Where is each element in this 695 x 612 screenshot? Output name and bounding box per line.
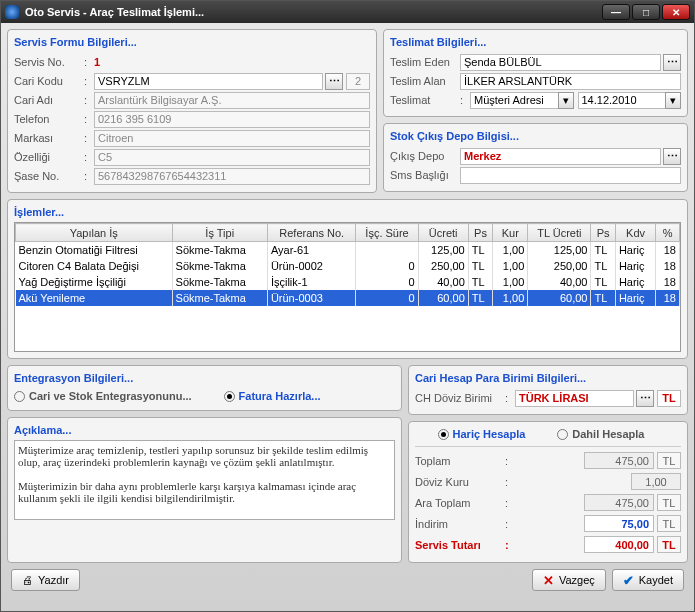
panel-title-depot: Stok Çıkış Depo Bilgisi... [390, 128, 681, 146]
input-teslim-alan[interactable]: İLKER ARSLANTÜRK [460, 73, 681, 90]
panel-title-service: Servis Formu Bilgileri... [14, 34, 370, 52]
grid-header[interactable]: Referans No. [267, 224, 356, 242]
input-cari-kodu-extra[interactable]: 2 [346, 73, 370, 90]
value-toplam: 475,00 [584, 452, 654, 469]
input-telefon: 0216 395 6109 [94, 111, 370, 128]
grid-header[interactable]: % [656, 224, 680, 242]
currency-panel: Cari Hesap Para Birimi Bilgileri... CH D… [408, 365, 688, 415]
label-ch-doviz: CH Döviz Birimi [415, 392, 505, 404]
input-marka: Citroen [94, 130, 370, 147]
lookup-ch-doviz[interactable]: ⋯ [636, 390, 654, 407]
table-row[interactable]: Citoren C4 Balata DeğişiSökme-TakmaÜrün-… [16, 258, 680, 274]
ch-doviz-code: TL [657, 390, 681, 407]
grid-header[interactable]: İşç. Süre [356, 224, 418, 242]
input-cari-kodu[interactable]: VSRYZLM [94, 73, 323, 90]
titlebar: Oto Servis - Araç Teslimat İşlemi... — □… [1, 1, 694, 23]
lookup-cikis-depo[interactable]: ⋯ [663, 148, 681, 165]
label-doviz-kuru: Döviz Kuru [415, 476, 505, 488]
panel-title-integ: Entegrasyon Bilgileri... [14, 370, 395, 388]
value-servis-tutari: 400,00 [584, 536, 654, 553]
label-sms: Sms Başlığı [390, 169, 460, 181]
window-title: Oto Servis - Araç Teslimat İşlemi... [25, 6, 600, 18]
panel-title-desc: Açıklama... [14, 422, 395, 440]
input-teslim-eden[interactable]: Şenda BÜLBÜL [460, 54, 661, 71]
input-ch-doviz[interactable]: TÜRK LİRASI [515, 390, 634, 407]
radio-dahil-hesapla[interactable]: Dahil Hesapla [557, 428, 644, 440]
input-cari-adi: Arslantürk Bilgisayar A.Ş. [94, 92, 370, 109]
service-form-panel: Servis Formu Bilgileri... Servis No.: 1 … [7, 29, 377, 193]
select-teslimat[interactable]: Müşteri Adresi [470, 92, 559, 109]
panel-title-currency: Cari Hesap Para Birimi Bilgileri... [415, 370, 681, 388]
label-teslim-eden: Teslim Eden [390, 56, 460, 68]
app-icon [5, 5, 19, 19]
minimize-button[interactable]: — [602, 4, 630, 20]
window-body: Servis Formu Bilgileri... Servis No.: 1 … [1, 23, 694, 611]
depot-panel: Stok Çıkış Depo Bilgisi... Çıkış Depo Me… [383, 123, 688, 192]
grid-header[interactable]: Ps [591, 224, 615, 242]
label-servis-tutari: Servis Tutarı [415, 539, 505, 551]
save-button[interactable]: ✔Kaydet [612, 569, 684, 591]
grid-header[interactable]: Kur [493, 224, 528, 242]
radio-cari-stok[interactable]: Cari ve Stok Entegrasyonunu... [14, 390, 192, 402]
maximize-button[interactable]: □ [632, 4, 660, 20]
label-teslimat: Teslimat [390, 94, 460, 106]
label-marka: Markası [14, 132, 84, 144]
table-row[interactable]: Yağ Değiştirme İşçiliğiSökme-Takmaİşçili… [16, 274, 680, 290]
label-servis-no: Servis No. [14, 56, 84, 68]
print-button[interactable]: Yazdır [11, 569, 80, 591]
label-telefon: Telefon [14, 113, 84, 125]
footer-bar: Yazdır ✕Vazgeç ✔Kaydet [7, 563, 688, 591]
totals-panel: Hariç Hesapla Dahil Hesapla Toplam:475,0… [408, 421, 688, 563]
unit-indirim: TL [657, 515, 681, 532]
grid-header[interactable]: Ps [468, 224, 492, 242]
value-doviz-kuru: 1,00 [631, 473, 681, 490]
value-ara-toplam: 475,00 [584, 494, 654, 511]
grid-header[interactable]: İş Tipi [172, 224, 267, 242]
panel-title-ops: İşlemler... [14, 204, 681, 222]
unit-servis: TL [657, 536, 681, 553]
label-sase: Şase No. [14, 170, 84, 182]
radio-haric-hesapla[interactable]: Hariç Hesapla [438, 428, 526, 440]
lookup-cari-kodu[interactable]: ⋯ [325, 73, 343, 90]
panel-title-delivery: Teslimat Bilgileri... [390, 34, 681, 52]
teslimat-dropdown[interactable]: ▾ [558, 92, 574, 109]
description-panel: Açıklama... [7, 417, 402, 563]
operations-panel: İşlemler... Yapılan İşİş TipiReferans No… [7, 199, 688, 359]
operations-grid[interactable]: Yapılan İşİş TipiReferans No.İşç. SüreÜc… [15, 223, 680, 306]
grid-header[interactable]: Yapılan İş [16, 224, 173, 242]
label-cari-adi: Cari Adı [14, 94, 84, 106]
grid-header[interactable]: TL Ücreti [528, 224, 591, 242]
date-picker-button[interactable]: ▾ [665, 92, 681, 109]
cancel-icon: ✕ [543, 573, 554, 588]
input-teslimat-date[interactable]: 14.12.2010 [578, 92, 667, 109]
app-window: Oto Servis - Araç Teslimat İşlemi... — □… [0, 0, 695, 612]
lookup-teslim-eden[interactable]: ⋯ [663, 54, 681, 71]
label-teslim-alan: Teslim Alan [390, 75, 460, 87]
print-icon [22, 574, 33, 586]
description-textarea[interactable] [14, 440, 395, 520]
table-row[interactable]: Benzin Otomatiği FiltresiSökme-TakmaAyar… [16, 242, 680, 258]
check-icon: ✔ [623, 573, 634, 588]
label-ozellik: Özelliği [14, 151, 84, 163]
input-sms[interactable] [460, 167, 681, 184]
unit-ara: TL [657, 494, 681, 511]
input-sase: 567843298767654432311 [94, 168, 370, 185]
grid-header[interactable]: Ücreti [418, 224, 468, 242]
grid-wrapper: Yapılan İşİş TipiReferans No.İşç. SüreÜc… [14, 222, 681, 352]
grid-header[interactable]: Kdv [615, 224, 655, 242]
unit-toplam: TL [657, 452, 681, 469]
value-indirim[interactable]: 75,00 [584, 515, 654, 532]
input-cikis-depo[interactable]: Merkez [460, 148, 661, 165]
delivery-panel: Teslimat Bilgileri... Teslim Eden Şenda … [383, 29, 688, 117]
cancel-button[interactable]: ✕Vazgeç [532, 569, 606, 591]
close-button[interactable]: ✕ [662, 4, 690, 20]
radio-fatura-hazirla[interactable]: Fatura Hazırla... [224, 390, 321, 402]
table-row[interactable]: Akü YenilemeSökme-TakmaÜrün-0003060,00TL… [16, 290, 680, 306]
label-ara-toplam: Ara Toplam [415, 497, 505, 509]
integration-panel: Entegrasyon Bilgileri... Cari ve Stok En… [7, 365, 402, 411]
value-servis-no: 1 [94, 56, 100, 68]
input-ozellik: C5 [94, 149, 370, 166]
label-toplam: Toplam [415, 455, 505, 467]
label-indirim: İndirim [415, 518, 505, 530]
label-cari-kodu: Cari Kodu [14, 75, 84, 87]
